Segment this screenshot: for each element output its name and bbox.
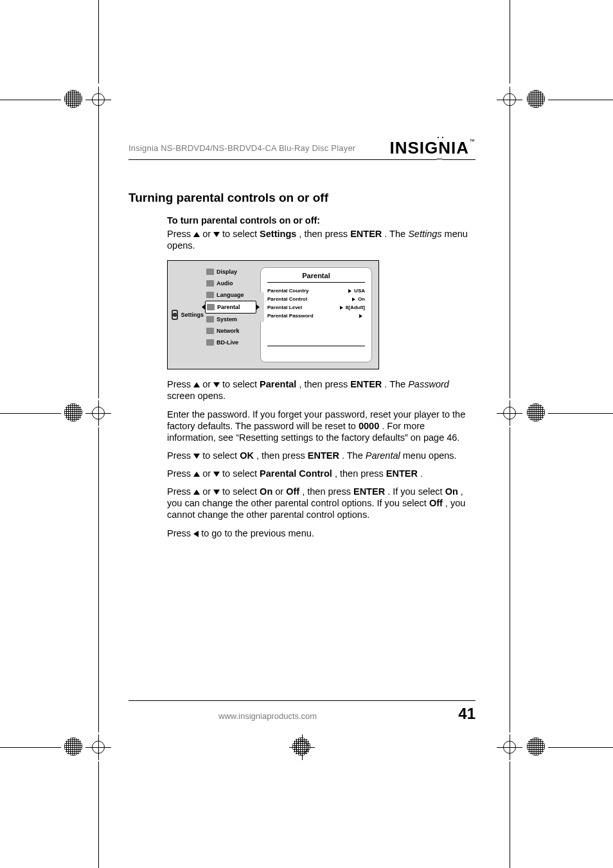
menu-item-label: Parental — [217, 304, 240, 310]
crop-line — [0, 747, 61, 748]
crop-line — [98, 0, 99, 84]
page-content: Insignia NS-BRDVD4/NS-BRDVD4-CA Blu-Ray … — [129, 138, 475, 539]
text: . — [420, 468, 423, 479]
bold-term: Parental — [260, 379, 296, 389]
language-icon — [206, 292, 214, 298]
step-7: Press to go to the previous menu. — [167, 527, 475, 539]
step-6: Press or to select On or Off , then pres… — [167, 486, 475, 520]
text: screen opens. — [167, 391, 226, 401]
network-icon — [206, 328, 214, 334]
reg-cross — [497, 87, 522, 112]
parental-icon — [207, 304, 215, 310]
reg-dot — [64, 403, 82, 421]
up-arrow-icon — [193, 232, 200, 237]
menu-panel: Parental Parental CountryUSA Parental Co… — [260, 267, 372, 362]
panel-title: Parental — [267, 272, 365, 283]
text: to select — [222, 468, 260, 479]
reg-cross — [85, 87, 111, 112]
crop-line — [548, 747, 613, 748]
procedure-title: To turn parental controls on or off: — [167, 215, 475, 226]
bold-term: ENTER — [386, 468, 418, 479]
bold-term: Settings — [260, 229, 296, 239]
text: to select — [222, 486, 260, 497]
crop-line — [0, 100, 61, 100]
italic-term: Parental — [366, 450, 400, 461]
down-arrow-icon — [213, 472, 220, 477]
bold-term: ENTER — [350, 379, 382, 389]
settings-menu-screenshot: Settings Display Audio Language Parental… — [167, 260, 379, 369]
menu-item-label: Audio — [217, 280, 233, 287]
brand-text: INSIGNIA — [389, 138, 469, 157]
text: Press — [167, 379, 193, 389]
crop-line — [98, 427, 99, 732]
text: or — [202, 468, 213, 479]
row-value: On — [358, 296, 365, 302]
panel-divider — [267, 346, 365, 346]
row-value: 8[Adult] — [346, 305, 365, 310]
bold-term: On — [260, 486, 272, 497]
menu-item-language: Language — [205, 289, 256, 301]
audio-icon — [206, 280, 214, 287]
menu-item-bdlive: BD-Live — [205, 337, 256, 348]
bold-term: ENTER — [308, 450, 339, 461]
reg-dot — [64, 738, 82, 756]
text: Press — [167, 468, 193, 479]
play-arrow-icon — [352, 297, 355, 301]
menu-item-label: BD-Live — [217, 339, 238, 346]
text: or — [202, 229, 213, 239]
down-arrow-icon — [213, 490, 220, 495]
crop-line — [98, 112, 99, 398]
panel-row: Parental Level8[Adult] — [267, 303, 365, 312]
row-label: Parental Country — [267, 288, 308, 294]
panel-row: Parental ControlOn — [267, 295, 365, 303]
menu-item-system: System — [205, 314, 256, 325]
text: or — [202, 379, 213, 389]
text: or — [202, 486, 213, 497]
menu-item-label: System — [217, 316, 237, 323]
display-icon — [206, 269, 214, 275]
menu-item-audio: Audio — [205, 278, 256, 289]
row-label: Parental Level — [267, 305, 302, 310]
crop-line — [510, 112, 510, 398]
step-5: Press or to select Parental Control , th… — [167, 468, 475, 479]
brand-accent-underline — [437, 158, 442, 160]
text: , then press — [256, 450, 308, 461]
text: . If you select — [387, 486, 445, 497]
menu-category: Settings — [172, 267, 204, 362]
left-arrow-icon — [193, 531, 199, 537]
bold-term: Off — [286, 486, 299, 497]
crop-line — [510, 427, 510, 732]
bold-term: ENTER — [350, 229, 382, 239]
up-arrow-icon — [193, 382, 200, 387]
play-arrow-icon — [359, 314, 362, 318]
text: to select — [222, 229, 260, 239]
reg-cross — [497, 734, 522, 760]
system-icon — [206, 316, 214, 323]
brand-accent-dots: • • — [437, 134, 444, 140]
menu-item-label: Display — [217, 269, 237, 275]
panel-row: Parental CountryUSA — [267, 287, 365, 295]
play-arrow-icon — [348, 289, 351, 293]
bold-term: On — [445, 486, 458, 497]
down-arrow-icon — [213, 232, 220, 237]
text: menu opens. — [403, 450, 457, 461]
reg-cross — [85, 734, 111, 760]
text: to select — [222, 379, 260, 389]
down-arrow-icon — [213, 382, 220, 387]
page-footer: www.insigniaproducts.com 41 — [129, 700, 475, 723]
page-number: 41 — [458, 705, 475, 723]
text: Press — [167, 486, 193, 497]
menu-item-label: Network — [217, 328, 240, 334]
brand-logo: • • INSIGNIA™ — [389, 138, 475, 158]
category-label: Settings — [181, 312, 204, 318]
text: to go to the previous menu. — [201, 528, 314, 538]
crop-line — [548, 100, 613, 100]
bold-term: Off — [429, 498, 443, 508]
crop-line — [510, 761, 510, 868]
menu-item-parental: Parental — [205, 301, 256, 314]
step-3: Enter the password. If you forget your p… — [167, 409, 475, 443]
crop-line — [548, 413, 613, 414]
reg-dot — [64, 90, 82, 108]
play-arrow-icon — [340, 306, 343, 310]
bdlive-icon — [206, 339, 214, 346]
